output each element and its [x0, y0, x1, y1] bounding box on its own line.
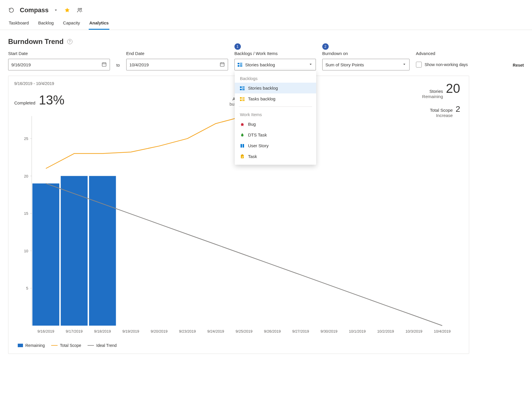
menu-item-user-story[interactable]: User Story [235, 140, 316, 151]
step-badge-1: 1 [234, 43, 241, 50]
menu-item-label: DTS Task [248, 132, 267, 137]
svg-text:5: 5 [26, 286, 28, 290]
legend-remaining-label: Remaining [25, 343, 45, 348]
show-non-working-days-label: Show non-working days [425, 62, 468, 67]
svg-rect-19 [240, 100, 242, 101]
svg-text:9/16/2019: 9/16/2019 [38, 329, 54, 333]
legend-ideal-trend-label: Ideal Trend [96, 343, 117, 348]
svg-text:9/25/2019: 9/25/2019 [236, 329, 252, 333]
menu-item-label: Bug [248, 122, 256, 127]
svg-text:9/27/2019: 9/27/2019 [292, 329, 309, 333]
menu-item-label: Tasks backlog [248, 96, 275, 101]
page-title: Burndown Trend [8, 38, 64, 46]
svg-text:10/2/2019: 10/2/2019 [377, 329, 394, 333]
fire-icon [240, 133, 245, 137]
metric-completed-label: Completed [14, 100, 35, 105]
svg-point-22 [241, 123, 243, 125]
svg-point-0 [78, 8, 80, 10]
svg-rect-25 [241, 155, 244, 158]
svg-rect-5 [240, 63, 242, 63]
svg-rect-6 [240, 64, 242, 65]
favorite-star-icon[interactable] [63, 6, 71, 14]
svg-rect-7 [238, 65, 239, 67]
svg-text:10/4/2019: 10/4/2019 [434, 329, 451, 333]
metric-scope-increase: Total Scope Increase 2 [430, 104, 460, 118]
stories-icon [240, 86, 245, 91]
svg-rect-10 [240, 86, 242, 88]
to-label: to [116, 63, 120, 70]
filter-bar: Start Date 9/16/2019 to End Date 10/4/20… [0, 49, 532, 76]
svg-rect-26 [242, 154, 243, 155]
metric-stories-remaining: Stories Remaining 20 [422, 81, 460, 99]
svg-rect-13 [240, 89, 242, 90]
burndown-on-value: Sum of Story Points [325, 62, 364, 67]
bug-icon [240, 122, 245, 127]
backlogs-field: 1 Backlogs / Work Items Stories backlog … [234, 51, 316, 70]
svg-text:9/26/2019: 9/26/2019 [264, 329, 281, 333]
chevron-down-icon [309, 62, 313, 67]
menu-item-task[interactable]: Task [235, 151, 316, 162]
menu-header-workitems: Work Items [235, 109, 316, 119]
menu-item-dts-task[interactable]: DTS Task [235, 129, 316, 140]
svg-text:25: 25 [24, 136, 28, 141]
stories-icon [238, 63, 242, 67]
tab-taskboard[interactable]: Taskboard [8, 17, 29, 30]
start-date-input[interactable]: 9/16/2019 [8, 59, 110, 70]
metric-completed: Completed 13% [14, 93, 65, 107]
svg-text:10/3/2019: 10/3/2019 [405, 329, 422, 333]
menu-item-tasks-backlog[interactable]: Tasks backlog [235, 93, 316, 104]
metric-si-l1: Total Scope [430, 108, 453, 113]
team-people-icon[interactable] [75, 6, 84, 15]
metric-sr-l2: Remaining [422, 94, 443, 99]
project-chevron-down-icon[interactable] [53, 7, 59, 13]
tab-backlog[interactable]: Backlog [38, 17, 54, 30]
svg-text:15: 15 [24, 211, 28, 216]
svg-rect-11 [242, 86, 245, 87]
end-date-input[interactable]: 10/4/2019 [126, 59, 228, 70]
svg-rect-23 [241, 144, 242, 148]
page-title-row: Burndown Trend ? [0, 30, 532, 49]
backlogs-dropdown[interactable]: Stories backlog Backlogs Stories backlog… [234, 59, 316, 70]
book-icon [240, 143, 245, 148]
step-badge-2: 2 [322, 43, 329, 50]
refresh-loop-icon[interactable] [7, 6, 16, 15]
svg-rect-54 [61, 176, 88, 326]
end-date-field: End Date 10/4/2019 [126, 51, 228, 70]
svg-rect-9 [240, 66, 242, 67]
help-icon[interactable]: ? [67, 39, 72, 44]
end-date-value: 10/4/2019 [129, 62, 149, 67]
advanced-label: Advanced [416, 51, 468, 56]
backlogs-dropdown-menu: Backlogs Stories backlog Tasks backlog W… [235, 71, 316, 165]
svg-text:9/18/2019: 9/18/2019 [94, 329, 111, 333]
metric-si-l2: Increase [436, 113, 453, 118]
backlogs-label: Backlogs / Work Items [234, 51, 316, 56]
svg-text:9/30/2019: 9/30/2019 [321, 329, 337, 333]
svg-rect-15 [242, 90, 245, 90]
svg-rect-14 [242, 89, 245, 89]
menu-item-label: Stories backlog [248, 86, 278, 91]
show-non-working-days-checkbox[interactable] [416, 62, 422, 68]
tab-capacity[interactable]: Capacity [63, 17, 81, 30]
metric-sr-l1: Stories [429, 89, 443, 94]
menu-item-label: User Story [248, 143, 269, 148]
legend-total-scope-label: Total Scope [60, 343, 81, 348]
calendar-icon [220, 62, 225, 68]
svg-point-1 [80, 8, 81, 9]
svg-rect-3 [220, 63, 224, 66]
menu-header-backlogs: Backlogs [235, 73, 316, 83]
calendar-icon [102, 62, 107, 68]
svg-rect-17 [242, 97, 245, 98]
chevron-down-icon [402, 62, 406, 67]
burndown-on-dropdown[interactable]: Sum of Story Points [322, 59, 410, 70]
svg-text:9/19/2019: 9/19/2019 [122, 329, 139, 333]
burndown-on-field: 2 Burndown on Sum of Story Points [322, 51, 410, 70]
advanced-field: Advanced Show non-working days [416, 51, 468, 70]
tab-analytics[interactable]: Analytics [89, 17, 109, 30]
svg-rect-2 [102, 63, 106, 66]
start-date-label: Start Date [8, 51, 110, 56]
menu-item-bug[interactable]: Bug [235, 119, 316, 129]
clipboard-icon [240, 154, 245, 159]
metric-scope-increase-value: 2 [456, 104, 460, 114]
reset-button[interactable]: Reset [513, 63, 524, 70]
menu-item-stories-backlog[interactable]: Stories backlog [235, 83, 316, 93]
